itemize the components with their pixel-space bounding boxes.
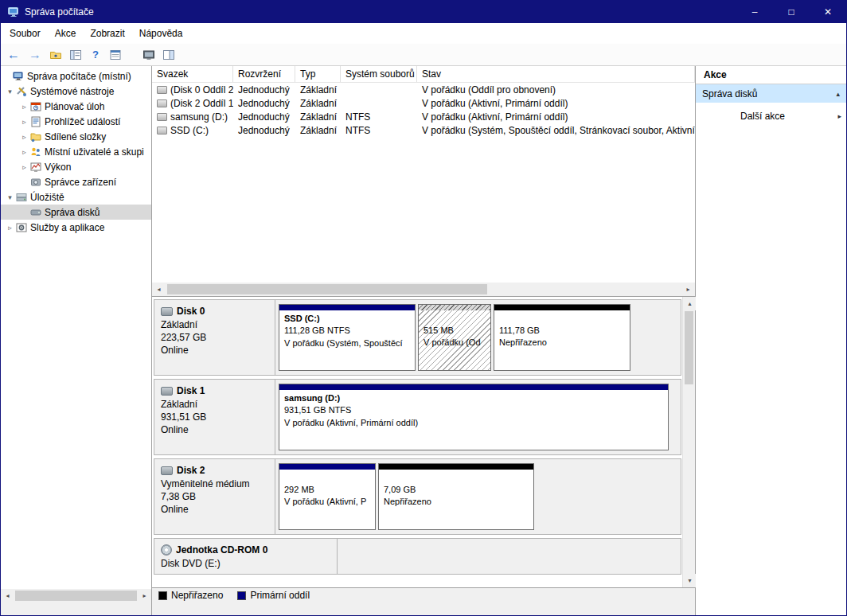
chevron-right-icon[interactable]: ▹ xyxy=(20,118,29,126)
partition-removable-primary[interactable]: 292 MB V pořádku (Aktivní, P xyxy=(279,463,376,530)
volume-row[interactable]: SSD (C:) Jednoduchý Základní NTFS V pořá… xyxy=(152,123,695,137)
partition-unallocated[interactable]: 7,09 GB Nepřiřazeno xyxy=(378,463,534,530)
tree-item-label: Úložiště xyxy=(30,192,64,203)
tree-item-device-manager[interactable]: Správce zařízení xyxy=(1,174,151,189)
partition-stripe xyxy=(379,464,533,470)
disk-header[interactable]: Disk 1 Základní 931,51 GB Online xyxy=(154,380,275,454)
performance-icon xyxy=(29,161,42,173)
volume-list-header: Svazek Rozvržení Typ Systém souborů Stav xyxy=(152,66,695,83)
tree-item-shared-folders[interactable]: ▹ Sdílené složky xyxy=(1,129,151,144)
scroll-left-icon[interactable]: ◂ xyxy=(152,283,166,296)
volume-list-horizontal-scrollbar[interactable]: ◂ ▸ xyxy=(152,283,695,296)
tree-item-computer-management[interactable]: Správa počítače (místní) xyxy=(1,68,151,84)
scrollbar-track[interactable] xyxy=(166,283,681,296)
menu-zobrazit[interactable]: Zobrazit xyxy=(83,23,131,44)
menu-soubor[interactable]: Soubor xyxy=(2,23,48,44)
chevron-right-icon[interactable]: ▹ xyxy=(20,103,29,111)
chevron-right-icon[interactable]: ▹ xyxy=(20,148,29,156)
disk-header[interactable]: Disk 2 Vyměnitelné médium 7,38 GB Online xyxy=(154,459,275,534)
scrollbar-thumb[interactable] xyxy=(167,284,487,294)
submenu-arrow-icon[interactable]: ▸ xyxy=(837,112,841,120)
action-pane-icon[interactable] xyxy=(142,48,156,62)
disk-status: Online xyxy=(161,503,268,516)
menu-akce[interactable]: Akce xyxy=(48,23,84,44)
volume-row[interactable]: (Disk 2 Oddíl 1) Jednoduchý Základní V p… xyxy=(152,96,695,110)
scroll-right-icon[interactable]: ▸ xyxy=(138,589,151,602)
computer-management-icon xyxy=(7,6,20,18)
back-icon[interactable]: ← xyxy=(6,48,21,62)
disk-row-1: Disk 1 Základní 931,51 GB Online samsung… xyxy=(154,379,681,455)
tree-item-local-users-groups[interactable]: ▹ Místní uživatelé a skupi xyxy=(1,144,151,159)
partition-title xyxy=(384,472,529,484)
partition-ssd-c[interactable]: SSD (C:) 111,28 GB NTFS V pořádku (Systé… xyxy=(279,304,416,371)
scrollbar-thumb[interactable] xyxy=(685,311,693,384)
partition-status: Nepřiřazeno xyxy=(499,337,625,349)
partition-status: V pořádku (Od xyxy=(424,337,486,349)
volume-row[interactable]: samsung (D:) Jednoduchý Základní NTFS V … xyxy=(152,110,695,123)
close-button[interactable]: ✕ xyxy=(810,1,846,23)
cd-rom-icon xyxy=(161,544,172,556)
system-tools-icon xyxy=(15,85,28,98)
chevron-right-icon[interactable]: ▹ xyxy=(20,133,29,141)
tree-item-label: Prohlížeč událostí xyxy=(45,116,120,127)
partition-recovery-selected[interactable]: 515 MB V pořádku (Od xyxy=(418,304,491,371)
partition-samsung-d[interactable]: samsung (D:) 931,51 GB NTFS V pořádku (A… xyxy=(279,384,669,450)
column-header-typ[interactable]: Typ xyxy=(295,66,341,82)
tree-item-disk-management[interactable]: Správa disků xyxy=(1,205,151,220)
partition-unallocated[interactable]: 111,78 GB Nepřiřazeno xyxy=(494,304,630,371)
chevron-down-icon[interactable]: ▾ xyxy=(6,88,14,96)
volume-name: (Disk 0 Oddíl 2) xyxy=(170,84,233,96)
partition-area: SSD (C:) 111,28 GB NTFS V pořádku (Systé… xyxy=(275,300,681,375)
column-header-svazek[interactable]: Svazek xyxy=(152,66,233,82)
tree-item-label: Služby a aplikace xyxy=(30,222,104,233)
help-icon[interactable]: ? xyxy=(88,48,103,62)
tree-item-storage[interactable]: ▾ Úložiště xyxy=(1,189,151,205)
partition-size: 111,78 GB xyxy=(499,325,625,337)
menu-napoveda[interactable]: Nápověda xyxy=(132,23,190,44)
folder-up-icon[interactable] xyxy=(49,48,63,62)
disk-status: Online xyxy=(161,423,268,436)
tree-item-system-tools[interactable]: ▾ Systémové nástroje xyxy=(1,84,151,99)
scroll-down-icon[interactable]: ▾ xyxy=(683,574,697,587)
tree-item-label: Výkon xyxy=(45,162,71,173)
volume-icon xyxy=(157,86,167,94)
forward-icon[interactable]: → xyxy=(27,48,43,62)
chevron-down-icon[interactable]: ▾ xyxy=(6,193,14,201)
scroll-right-icon[interactable]: ▸ xyxy=(681,283,695,296)
disk-type: Vyměnitelné médium xyxy=(161,478,268,490)
volume-type: Základní xyxy=(295,123,341,137)
tree-item-performance[interactable]: ▹ Výkon xyxy=(1,159,151,174)
chevron-right-icon[interactable]: ▹ xyxy=(6,224,14,232)
action-panel: Akce Správa disků ▴ Další akce ▸ xyxy=(696,66,846,615)
minimize-button[interactable]: – xyxy=(736,1,773,23)
column-header-rozvrzeni[interactable]: Rozvržení xyxy=(233,66,295,82)
tree-item-event-viewer[interactable]: ▹ Prohlížeč událostí xyxy=(1,114,151,129)
window-icon[interactable] xyxy=(162,48,176,62)
partition-area xyxy=(338,539,681,574)
tree-item-services-applications[interactable]: ▹ Služby a aplikace xyxy=(1,220,151,235)
disk-header[interactable]: Disk 0 Základní 223,57 GB Online xyxy=(154,300,275,375)
services-icon xyxy=(15,221,28,234)
tree-item-task-scheduler[interactable]: ▹ Plánovač úloh xyxy=(1,99,151,114)
volume-icon xyxy=(157,113,167,121)
cdrom-row: Jednotka CD-ROM 0 Disk DVD (E:) xyxy=(154,538,681,575)
partition-title xyxy=(284,472,370,484)
console-tree-icon[interactable] xyxy=(68,48,83,62)
scroll-left-icon[interactable]: ◂ xyxy=(1,589,14,602)
scroll-up-icon[interactable]: ▴ xyxy=(683,297,697,310)
maximize-button[interactable]: □ xyxy=(773,1,810,23)
scrollbar-track[interactable] xyxy=(683,385,695,574)
action-section-disk-management[interactable]: Správa disků ▴ xyxy=(696,84,846,103)
cdrom-header[interactable]: Jednotka CD-ROM 0 Disk DVD (E:) xyxy=(154,539,338,574)
column-header-system-souboru[interactable]: Systém souborů xyxy=(341,66,417,82)
action-item-more-actions[interactable]: Další akce ▸ xyxy=(696,107,846,125)
volume-type: Základní xyxy=(295,110,341,123)
tree-horizontal-scrollbar[interactable]: ◂ ▸ xyxy=(1,589,151,602)
column-header-stav[interactable]: Stav xyxy=(417,66,695,82)
disk-view-vertical-scrollbar[interactable]: ▴ ▾ xyxy=(682,297,695,587)
volume-row[interactable]: (Disk 0 Oddíl 2) Jednoduchý Základní V p… xyxy=(152,83,695,96)
collapse-chevron-icon[interactable]: ▴ xyxy=(836,90,840,98)
export-list-icon[interactable] xyxy=(108,48,123,62)
scrollbar-thumb[interactable] xyxy=(15,591,137,601)
chevron-right-icon[interactable]: ▹ xyxy=(20,163,29,171)
